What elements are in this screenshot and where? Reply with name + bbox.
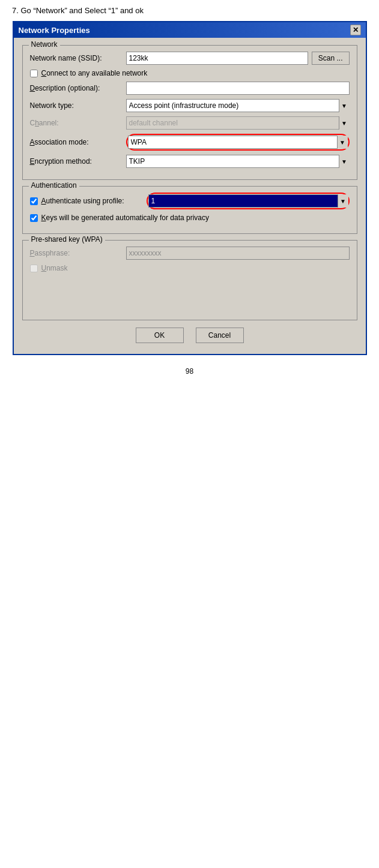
connect-any-checkbox[interactable] — [30, 70, 38, 77]
page-instruction: 7. Go “Network” and Select “1” and ok — [12, 6, 367, 15]
empty-space — [30, 277, 350, 313]
dialog-content: Network Network name (SSID): Scan ... Co… — [14, 38, 366, 354]
dialog-buttons: OK Cancel — [22, 328, 357, 343]
connect-any-label: Connect to any available network — [41, 69, 148, 77]
description-label: Description (optional): — [30, 84, 126, 92]
network-group-title: Network — [29, 40, 60, 49]
network-type-select-wrapper: Access point (infrastructure mode) Ad ho… — [126, 99, 350, 112]
ssid-label: Network name (SSID): — [30, 54, 126, 62]
profile-select[interactable]: 1 — [148, 194, 348, 208]
unmask-checkbox — [30, 265, 38, 272]
cancel-button[interactable]: Cancel — [196, 328, 244, 343]
dialog-titlebar: Network Properties ✕ — [14, 22, 366, 38]
keys-auto-checkbox[interactable] — [30, 214, 38, 222]
network-group: Network Network name (SSID): Scan ... Co… — [22, 45, 357, 180]
preshared-group-title: Pre-shared key (WPA) — [29, 235, 105, 244]
unmask-row: Unmask — [30, 264, 350, 272]
auth-profile-row: Authenticate using profile: 1 ▼ — [30, 193, 350, 209]
encryption-select-wrapper: TKIP AES None ▼ — [126, 155, 350, 168]
connect-any-row: Connect to any available network — [30, 69, 350, 77]
preshared-group: Pre-shared key (WPA) Passphrase: Unmask — [22, 240, 357, 320]
network-type-row: Network type: Access point (infrastructu… — [30, 99, 350, 112]
scan-button[interactable]: Scan ... — [312, 52, 350, 65]
assoc-mode-highlight: Open Shared WPA WPA-PSK WPA2 WPA2-PSK ▼ — [126, 134, 350, 151]
authenticate-checkbox[interactable] — [30, 197, 38, 205]
assoc-mode-label: Association mode: — [30, 138, 126, 146]
passphrase-label: Passphrase: — [30, 249, 126, 257]
description-row: Description (optional): — [30, 82, 350, 95]
encryption-row: Encryption method: TKIP AES None ▼ — [30, 155, 350, 168]
channel-select: default channel — [126, 116, 350, 130]
auth-group-title: Authentication — [29, 181, 79, 190]
keys-auto-row: Keys will be generated automatically for… — [30, 214, 350, 222]
close-button[interactable]: ✕ — [350, 25, 361, 35]
auth-group: Authentication Authenticate using profil… — [22, 186, 357, 234]
encryption-label: Encryption method: — [30, 157, 126, 166]
passphrase-row: Passphrase: — [30, 247, 350, 260]
network-properties-dialog: Network Properties ✕ Network Network nam… — [13, 21, 367, 355]
keys-auto-label: Keys will be generated automatically for… — [41, 214, 210, 222]
profile-select-highlight: 1 ▼ — [147, 193, 350, 209]
unmask-label: Unmask — [41, 264, 68, 272]
channel-label: Channel: — [30, 119, 126, 127]
encryption-select[interactable]: TKIP AES None — [126, 155, 350, 168]
assoc-mode-row: Association mode: Open Shared WPA WPA-PS… — [30, 134, 350, 151]
page-number: 98 — [12, 367, 367, 376]
channel-row: Channel: default channel ▼ — [30, 116, 350, 130]
ssid-row: Network name (SSID): Scan ... — [30, 52, 350, 65]
dialog-title: Network Properties — [19, 26, 90, 35]
description-input[interactable] — [126, 82, 350, 95]
authenticate-label: Authenticate using profile: — [41, 197, 147, 205]
ok-button[interactable]: OK — [136, 328, 184, 343]
assoc-mode-select[interactable]: Open Shared WPA WPA-PSK WPA2 WPA2-PSK — [128, 136, 348, 149]
network-type-label: Network type: — [30, 101, 126, 110]
passphrase-input — [126, 247, 350, 260]
channel-select-wrapper: default channel ▼ — [126, 116, 350, 130]
ssid-input[interactable] — [126, 52, 308, 65]
assoc-mode-select-wrapper: Open Shared WPA WPA-PSK WPA2 WPA2-PSK ▼ — [128, 136, 348, 149]
network-type-select[interactable]: Access point (infrastructure mode) Ad ho… — [126, 99, 350, 112]
